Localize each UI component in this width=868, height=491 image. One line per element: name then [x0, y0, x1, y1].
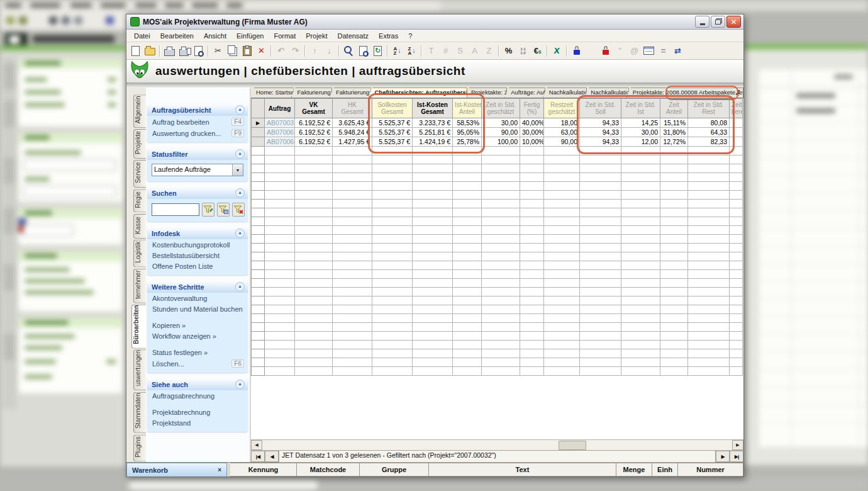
cell[interactable]: AB070068 [265, 137, 295, 147]
sync-icon[interactable]: ⇄ [670, 44, 685, 57]
euro-icon[interactable]: €$ [530, 44, 545, 57]
cell[interactable]: 58,53% [453, 118, 482, 128]
cell[interactable]: 30,00% [520, 128, 544, 137]
cell[interactable]: 31,80% [660, 128, 688, 137]
panel-header-weitere-schritte[interactable]: Weitere Schritte▴ [147, 281, 248, 293]
open-icon[interactable] [143, 44, 157, 57]
cell[interactable]: 90,00 [544, 137, 580, 147]
format-a-icon[interactable]: A [467, 44, 482, 57]
panel-header-siehe-auch[interactable]: Siehe auch▴ [147, 378, 248, 390]
sidebar-link-auftrag-bearbeiten[interactable]: Auftrag bearbeitenF4 [147, 116, 248, 127]
sidebar-link-kostenbuchungsprotokoll[interactable]: Kostenbuchungsprotokoll [147, 239, 248, 250]
cell[interactable]: AB070031 [265, 118, 295, 128]
collapse-icon[interactable]: ▴ [235, 380, 245, 389]
format-text-icon[interactable]: T [424, 44, 438, 57]
move-up-icon[interactable]: ↑ [308, 44, 322, 57]
tab-projektakte-2008-00008-arbeitspakete-esser[interactable]: Projektakte: 2008.00008 Arbeitspakete (e… [626, 87, 743, 98]
cell[interactable]: 15,11% [660, 118, 688, 128]
sidebar-link-stunden-und-material-buchen[interactable]: Stunden und Material buchen [147, 303, 248, 314]
cell[interactable]: 5.525,37 € [372, 118, 413, 128]
restore-button[interactable] [711, 16, 725, 28]
table-row[interactable]: AB0700676.192,52 €5.948,24 €5.525,37 €5.… [252, 128, 743, 137]
prev-record-button[interactable]: ◀ [265, 451, 279, 462]
cell[interactable]: 3.625,43 € [333, 118, 372, 128]
column-header-sollkosten-gesamt[interactable]: SollkostenGesamt [372, 99, 413, 118]
minimize-button[interactable] [695, 16, 709, 28]
warenkorb-close-icon[interactable]: × [218, 466, 221, 473]
print-preview-icon[interactable] [191, 44, 206, 57]
tab-fakturierung[interactable]: Fakturierung: [291, 87, 332, 98]
group-tab-regie[interactable]: Regie [133, 189, 146, 212]
lock-red-icon[interactable] [598, 44, 613, 57]
move-down-icon[interactable]: ↓ [322, 44, 337, 57]
quote-icon[interactable]: " [613, 44, 627, 57]
cell[interactable]: 5.525,37 € [372, 128, 413, 137]
form-icon[interactable] [642, 44, 656, 57]
cell[interactable]: 95,05% [453, 128, 482, 137]
dock-column-matchcode[interactable]: Matchcode [297, 463, 360, 477]
panel-header-auftragsübersicht[interactable]: Auftragsübersicht▴ [147, 104, 248, 116]
tab-nachkalkulatio[interactable]: Nachkalkulatio [543, 87, 587, 98]
menu-item-einfügen[interactable]: Einfügen [231, 31, 269, 41]
cell[interactable]: 94,33 [580, 128, 621, 137]
cell[interactable]: 6.192,52 € [295, 118, 333, 128]
scroll-left-icon[interactable]: ◀ [251, 440, 262, 450]
lock-blue-icon[interactable] [569, 44, 584, 57]
next-record-button[interactable]: ▶ [716, 451, 730, 462]
column-header-ist-kosten-gesamt[interactable]: Ist-KostenGesamt [413, 99, 453, 118]
cell[interactable]: 40,00% [520, 118, 544, 128]
tab-aufträge-auf[interactable]: Aufträge: Auf [504, 87, 545, 98]
last-record-button[interactable]: ▶| [730, 451, 743, 462]
menu-item-item[interactable]: ? [403, 31, 417, 41]
chevron-down-icon[interactable]: ▼ [232, 164, 243, 176]
lock-open-icon[interactable] [584, 44, 598, 57]
menu-item-datensatz[interactable]: Datensatz [333, 31, 374, 41]
dock-column-gruppe[interactable]: Gruppe [360, 463, 429, 477]
row-selector[interactable] [252, 128, 265, 137]
filter-apply-button[interactable] [217, 203, 230, 217]
row-selector[interactable] [252, 137, 265, 147]
cell[interactable]: 80,08 [688, 118, 730, 128]
cell[interactable]: 18,00 [544, 118, 580, 128]
dock-column-einh[interactable]: Einh [652, 463, 678, 477]
print-icon[interactable] [162, 44, 177, 57]
at-icon[interactable]: @ [627, 44, 642, 57]
group-tab-service[interactable]: Service [133, 160, 146, 188]
sidebar-link-status-festlegen[interactable]: Status festlegen » [147, 347, 248, 358]
menu-item-format[interactable]: Format [269, 31, 301, 41]
format-z-icon[interactable]: Z [482, 44, 496, 57]
format-number-icon[interactable]: # [438, 44, 453, 57]
new-icon[interactable] [128, 44, 143, 57]
column-header-ist-kosten-anteil[interactable]: Ist-KostenAnteil [453, 99, 482, 118]
close-button[interactable]: ✕ [726, 16, 741, 28]
column-header-zeit-bere[interactable]: Zeitbere [730, 99, 743, 118]
row-selector[interactable]: ▶ [252, 118, 265, 128]
cell[interactable]: 1.427,95 € [333, 137, 372, 147]
menu-item-projekt[interactable]: Projekt [301, 31, 332, 41]
sidebar-link-workflow-anzeigen[interactable]: Workflow anzeigen » [147, 330, 248, 341]
cell[interactable]: 6.192,52 € [295, 128, 333, 137]
tab-projektakte-2[interactable]: Projektakte: 2 [465, 87, 507, 98]
collapse-icon[interactable]: ▴ [235, 282, 245, 291]
cell[interactable]: 5.948,24 € [333, 128, 372, 137]
horizontal-scrollbar[interactable]: ◀ ▶ [251, 439, 743, 450]
excel-export-icon[interactable]: X [550, 44, 564, 57]
delete-icon[interactable]: ✕ [254, 44, 269, 57]
tab-nachkalkulatio[interactable]: Nachkalkulatio [584, 87, 629, 98]
cell[interactable]: 12,00 [621, 137, 660, 147]
group-tab-büroarbeiten[interactable]: Büroarbeiten [131, 305, 146, 349]
group-tab-projekte[interactable]: Projekte [133, 129, 146, 159]
table-row[interactable]: ▶AB0700316.192,52 €3.625,43 €5.525,37 €3… [252, 118, 743, 128]
column-header-zeit-in-std-soll[interactable]: Zeit in Std.Soll [580, 99, 621, 118]
column-header-zeit-in-std-ist[interactable]: Zeit in Std.Ist [621, 99, 660, 118]
statusfilter-dropdown[interactable]: Laufende Aufträge▼ [152, 164, 243, 176]
menu-item-extras[interactable]: Extras [374, 31, 403, 41]
group-tab-stammdaten[interactable]: Stammdaten [133, 392, 146, 433]
cell[interactable] [730, 118, 743, 128]
dock-column-nummer[interactable]: Nummer [678, 463, 743, 477]
cut-icon[interactable]: ✂ [211, 44, 225, 57]
panel-header-statusfilter[interactable]: Statusfilter▴ [147, 148, 248, 160]
sidebar-link-bestellstatusübersicht[interactable]: Bestellstatusübersicht [147, 250, 248, 261]
equals-icon[interactable]: = [656, 44, 670, 57]
group-tab-kasse[interactable]: Kasse [133, 214, 146, 239]
